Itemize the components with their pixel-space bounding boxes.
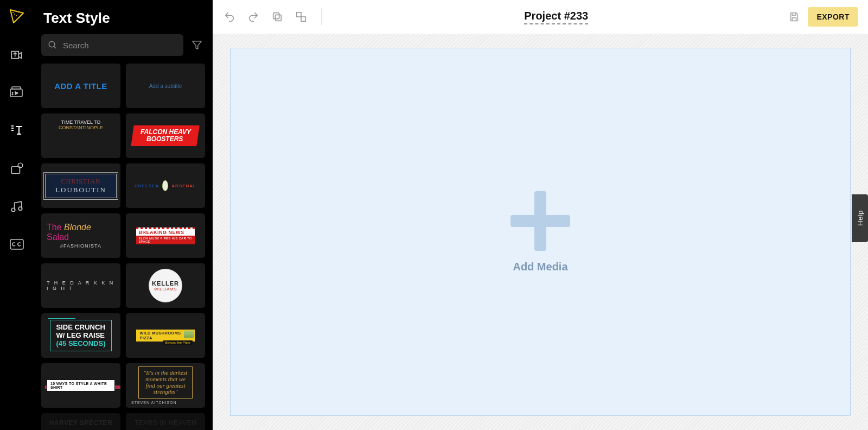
svg-rect-4 — [12, 87, 21, 89]
undo-icon — [224, 11, 235, 23]
svg-rect-14 — [275, 15, 281, 21]
style-card-breaking-news[interactable]: BREAKING NEWS ELON MUSK FIRES HIS CAR TO… — [126, 213, 205, 258]
thumb-text: HARVEY SPECTER — [49, 419, 113, 427]
help-tab[interactable]: Help — [852, 194, 868, 242]
style-card-quote[interactable]: "It's in the darkest moments that we fin… — [126, 363, 205, 408]
arrange-button[interactable] — [294, 10, 308, 24]
style-card-louboutin[interactable]: CHRISTIANLOUBOUTIN — [41, 163, 120, 208]
style-card-wild-mushrooms[interactable]: WILD MUSHROOMS PIZZA Beyond the Plate — [126, 313, 205, 358]
thumb-text: CHRISTIANLOUBOUTIN — [43, 172, 118, 200]
thumb-text: WILD MUSHROOMS PIZZA Beyond the Plate — [136, 330, 194, 342]
filter-button[interactable] — [189, 37, 205, 53]
svg-rect-13 — [273, 13, 279, 19]
thumb-text: SIDE CRUNCH W/ LEG RAISE (45 SECONDS) — [50, 320, 111, 351]
svg-rect-15 — [297, 12, 301, 17]
style-card-red-skew[interactable]: FALCON HEAVYBOOSTERS — [126, 113, 205, 158]
export-button[interactable]: EXPORT — [808, 7, 858, 27]
style-card-subtitle[interactable]: Add a subtitle — [126, 64, 205, 108]
thumb-text: "It's in the darkest moments that we fin… — [138, 366, 193, 398]
rail-audio[interactable] — [8, 198, 25, 215]
save-icon — [788, 11, 800, 23]
rail-media[interactable] — [8, 84, 25, 101]
search-icon — [48, 40, 58, 50]
rail-captions[interactable] — [8, 236, 25, 253]
rail-text-style[interactable] — [8, 122, 25, 139]
thumb-text: KELLERWILLIAMS — [149, 269, 182, 302]
undo-button[interactable] — [222, 10, 237, 24]
svg-point-5 — [12, 92, 13, 93]
thumb-text: T H E D A R K K N I G H T — [47, 280, 115, 291]
app-logo — [8, 8, 25, 25]
topbar: Project #233 EXPORT — [213, 0, 868, 34]
svg-point-2 — [16, 15, 17, 16]
search-input-wrap[interactable] — [41, 34, 183, 56]
style-card-harvey[interactable]: HARVEY SPECTER — [41, 413, 120, 430]
svg-point-1 — [14, 14, 15, 15]
save-button[interactable] — [787, 10, 801, 24]
svg-point-6 — [12, 94, 13, 95]
thumb-text: BREAKING NEWS ELON MUSK FIRES HIS CAR TO… — [136, 227, 194, 244]
svg-rect-7 — [11, 167, 20, 174]
thumb-text: 10 WAYS TO STYLE A WHITE SHIRT — [47, 380, 115, 391]
search-input[interactable] — [63, 41, 177, 50]
project-name-input[interactable]: Project #233 — [524, 10, 588, 24]
style-card-serif-caps[interactable]: TIME TRAVEL TOCONSTANTINOPLE — [41, 113, 120, 158]
thumb-text: CHELSEA ARSENAL — [131, 180, 200, 191]
style-card-title[interactable]: ADD A TITLE — [41, 64, 120, 108]
search-row — [41, 34, 205, 56]
duplicate-button[interactable] — [270, 10, 284, 24]
thumb-subtext: #FASHIONISTA — [60, 243, 101, 249]
style-card-white-shirt[interactable]: 10 WAYS TO STYLE A WHITE SHIRT — [41, 363, 120, 408]
topbar-separator — [321, 8, 322, 26]
thumb-author: STEVEN AITCHISON — [131, 401, 177, 404]
svg-point-0 — [12, 12, 14, 13]
thumb-text: Add a subtitle — [149, 83, 182, 89]
text-style-panel: Text Style ADD A TITLE Add a subtitle TI… — [34, 0, 213, 430]
add-media-dropzone[interactable]: Add Media — [230, 48, 851, 416]
svg-point-10 — [18, 207, 22, 211]
topbar-center: Project #233 — [330, 10, 782, 24]
rail-upload[interactable] — [8, 46, 25, 63]
thumb-text: TIME TRAVEL TOCONSTANTINOPLE — [59, 120, 103, 131]
style-card-tears[interactable]: TEARS IN HEAVEN — [126, 413, 205, 430]
panel-title: Text Style — [43, 10, 203, 27]
plus-icon — [510, 191, 570, 251]
canvas-area: Add Media — [213, 34, 868, 430]
nav-rail — [0, 0, 34, 430]
style-card-keller-williams[interactable]: KELLERWILLIAMS — [126, 263, 205, 308]
style-card-dark-knight[interactable]: T H E D A R K K N I G H T — [41, 263, 120, 308]
svg-point-12 — [49, 41, 55, 47]
redo-icon — [247, 11, 259, 23]
style-card-side-crunch[interactable]: SIDE CRUNCH W/ LEG RAISE (45 SECONDS) — [41, 313, 120, 358]
svg-rect-16 — [301, 17, 305, 21]
style-card-versus[interactable]: CHELSEA ARSENAL — [126, 163, 205, 208]
topbar-left — [222, 8, 325, 26]
add-media-label: Add Media — [513, 261, 567, 273]
redo-button[interactable] — [246, 10, 260, 24]
thumb-text: ADD A TITLE — [54, 81, 107, 91]
style-grid: ADD A TITLE Add a subtitle TIME TRAVEL T… — [41, 64, 205, 430]
arrange-icon — [295, 11, 307, 23]
copy-icon — [271, 11, 283, 23]
funnel-icon — [191, 39, 203, 51]
rail-elements[interactable] — [8, 160, 25, 177]
thumb-text: The Blonde Salad — [47, 223, 115, 242]
svg-point-8 — [18, 163, 23, 168]
thumb-text: FALCON HEAVYBOOSTERS — [131, 125, 200, 146]
thumb-text: TEARS IN HEAVEN — [135, 419, 197, 427]
style-card-blonde-salad[interactable]: The Blonde Salad #FASHIONISTA — [41, 213, 120, 258]
topbar-right: EXPORT — [787, 7, 858, 27]
